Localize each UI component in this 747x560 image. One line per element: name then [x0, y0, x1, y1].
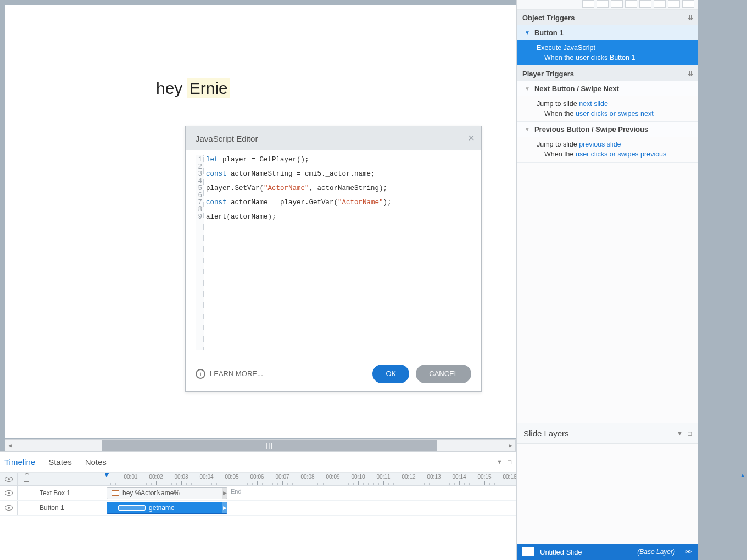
caret-icon: ▼	[525, 30, 530, 36]
eye-icon	[5, 490, 13, 496]
code-text[interactable]: let player = GetPlayer();const actorName…	[204, 155, 471, 350]
object-triggers-header[interactable]: Object Triggers ⇊	[517, 10, 698, 25]
row-name[interactable]: Text Box 1	[35, 486, 105, 500]
learn-more-link[interactable]: i LEARN MORE...	[196, 369, 263, 379]
toolbar-button[interactable]	[582, 0, 594, 8]
bar-label: hey %ActorName%	[122, 489, 180, 497]
row-visibility-toggle[interactable]	[0, 501, 18, 515]
code-editor[interactable]: 123456789 let player = GetPlayer();const…	[196, 155, 471, 350]
name-column-header	[35, 473, 105, 485]
eye-icon	[5, 505, 13, 511]
object-triggers-label: Object Triggers	[522, 14, 575, 22]
slide-canvas[interactable]: hey Ernie JavaScript Editor × 123456789 …	[5, 5, 516, 438]
close-icon[interactable]: ×	[468, 132, 475, 144]
toolbar-button[interactable]	[611, 0, 623, 8]
scrollbar-thumb[interactable]: |||	[102, 440, 437, 451]
eye-icon[interactable]: 👁	[685, 548, 692, 556]
row-visibility-toggle[interactable]	[0, 486, 18, 500]
textbox-icon	[112, 490, 119, 496]
layers-menu-icon[interactable]: ▼	[677, 430, 683, 437]
layers-undock-icon[interactable]: ◻	[687, 430, 692, 437]
slide-text: hey Ernie	[156, 79, 230, 98]
toolbar-button[interactable]	[654, 0, 666, 8]
player-triggers-label: Player Triggers	[522, 70, 574, 78]
row-lock-toggle[interactable]	[18, 501, 35, 515]
slide-text-prefix: hey	[156, 79, 187, 97]
eye-icon	[5, 477, 13, 482]
toolbar-button[interactable]	[625, 0, 637, 8]
toolbar-button[interactable]	[597, 0, 609, 8]
end-marker: End	[231, 488, 242, 495]
row-lock-toggle[interactable]	[18, 486, 35, 500]
caret-icon: ▼	[525, 86, 530, 92]
trigger-title: Previous Button / Swipe Previous	[534, 125, 648, 133]
tab-notes[interactable]: Notes	[85, 457, 107, 467]
trigger-item-header[interactable]: ▼Next Button / Swipe Next	[517, 81, 698, 96]
slide-text-variable: Ernie	[187, 78, 230, 98]
layer-title: Untitled Slide	[540, 548, 582, 556]
dialog-title: JavaScript Editor	[196, 134, 258, 143]
timeline-bar[interactable]: getname ▶	[107, 502, 227, 514]
timeline-scroll-up-icon[interactable]: ▲	[738, 472, 747, 478]
timeline-bar[interactable]: hey %ActorName% ▶	[107, 487, 227, 499]
trigger-item-header[interactable]: ▼Previous Button / Swipe Previous	[517, 122, 698, 137]
timeline-ruler[interactable]: 00:0100:0200:0300:0400:0500:0600:0700:08…	[105, 473, 516, 485]
panel-undock-icon[interactable]: ◻	[507, 458, 512, 466]
bar-label: getname	[149, 504, 175, 512]
collapse-icon[interactable]: ⇊	[688, 14, 693, 21]
layer-thumbnail	[522, 547, 534, 556]
javascript-editor-dialog: JavaScript Editor × 123456789 let player…	[185, 126, 482, 392]
trigger-action[interactable]: Jump to slide previous slideWhen the use…	[517, 137, 698, 162]
trigger-title: Next Button / Swipe Next	[534, 85, 619, 93]
caret-icon: ▼	[525, 126, 530, 132]
tab-states[interactable]: States	[48, 457, 72, 467]
layer-subtitle: (Base Layer)	[637, 548, 675, 556]
trigger-action[interactable]: Execute JavaScriptWhen the user clicks B…	[517, 40, 698, 65]
learn-more-label: LEARN MORE...	[210, 369, 263, 378]
trigger-title: Button 1	[534, 29, 564, 37]
line-number-gutter: 123456789	[196, 155, 204, 350]
dialog-header[interactable]: JavaScript Editor ×	[186, 126, 481, 150]
playhead-line	[107, 473, 107, 485]
panel-menu-icon[interactable]: ▼	[497, 458, 503, 466]
visibility-column-header[interactable]	[0, 473, 18, 485]
scroll-left-icon[interactable]: ◄	[5, 443, 14, 449]
dialog-footer: i LEARN MORE... OK CANCEL	[186, 355, 481, 392]
slide-layers-header[interactable]: Slide Layers ▼◻	[517, 423, 698, 444]
trigger-action[interactable]: Jump to slide next slideWhen the user cl…	[517, 96, 698, 121]
bottom-panel-tabs: Timeline States Notes ▼ ◻	[0, 452, 516, 473]
tab-timeline[interactable]: Timeline	[4, 457, 35, 467]
info-icon: i	[196, 369, 205, 379]
timeline-row[interactable]: Button 1 getname ▶	[0, 501, 516, 516]
timeline-row[interactable]: Text Box 1 hey %ActorName% ▶ End	[0, 486, 516, 501]
bar-resize-handle[interactable]: ▶	[222, 488, 227, 499]
lock-icon	[24, 477, 29, 482]
bar-resize-handle[interactable]: ▶	[222, 502, 227, 513]
triggers-toolbar	[517, 0, 698, 10]
collapse-icon[interactable]: ⇊	[688, 70, 693, 77]
ok-button[interactable]: OK	[372, 365, 409, 383]
toolbar-button[interactable]	[682, 0, 694, 8]
scroll-right-icon[interactable]: ►	[506, 443, 515, 449]
toolbar-button[interactable]	[668, 0, 680, 8]
row-name[interactable]: Button 1	[35, 501, 105, 515]
slide-layers-label: Slide Layers	[523, 429, 569, 438]
player-triggers-header[interactable]: Player Triggers ⇊	[517, 66, 698, 81]
lock-column-header[interactable]	[18, 473, 35, 485]
cancel-button[interactable]: CANCEL	[416, 365, 471, 383]
trigger-item-header[interactable]: ▼Button 1	[517, 25, 698, 40]
timeline-header: 00:0100:0200:0300:0400:0500:0600:0700:08…	[0, 473, 516, 486]
base-layer-row[interactable]: Untitled Slide (Base Layer) 👁	[517, 544, 698, 560]
toolbar-button[interactable]	[639, 0, 651, 8]
button-icon	[118, 505, 146, 511]
canvas-horizontal-scrollbar[interactable]: ◄ ||| ►	[5, 439, 516, 451]
right-panel: Object Triggers ⇊ ▼Button 1Execute JavaS…	[516, 0, 698, 560]
bottom-panel: Timeline States Notes ▼ ◻ 00:0100:0200:0…	[0, 451, 516, 560]
